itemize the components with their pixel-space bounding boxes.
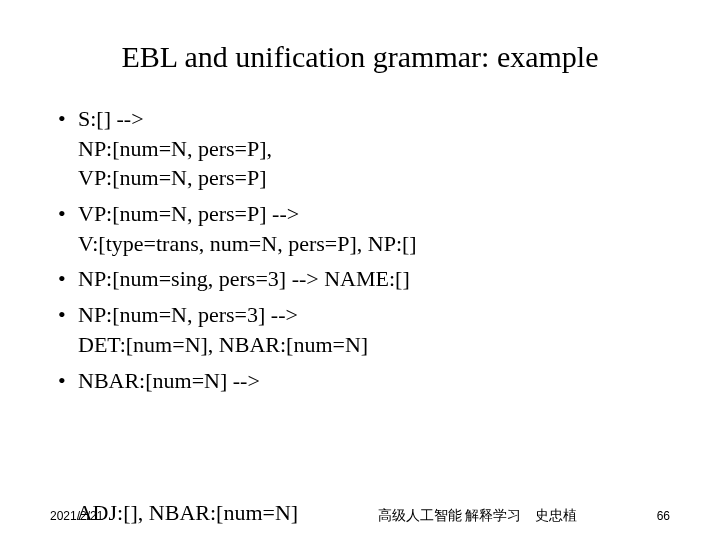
list-item: VP:[num=N, pers=P] --> V:[type=trans, nu… [50, 199, 670, 258]
list-item: NP:[num=N, pers=3] --> DET:[num=N], NBAR… [50, 300, 670, 359]
list-item: NBAR:[num=N] --> [50, 366, 670, 396]
slide: EBL and unification grammar: example S:[… [0, 0, 720, 540]
bullet-list: S:[] --> NP:[num=N, pers=P], VP:[num=N, … [50, 104, 670, 395]
footer: 2021/2/21 ADJ:[], NBAR:[num=N] 高级人工智能 解释… [50, 500, 670, 526]
content-area: S:[] --> NP:[num=N, pers=P], VP:[num=N, … [50, 104, 670, 395]
slide-title: EBL and unification grammar: example [50, 40, 670, 74]
list-item: S:[] --> NP:[num=N, pers=P], VP:[num=N, … [50, 104, 670, 193]
list-item: NP:[num=sing, pers=3] --> NAME:[] [50, 264, 670, 294]
footer-page-number: 66 [657, 509, 670, 523]
footer-overlap-text: ADJ:[], NBAR:[num=N] [77, 500, 298, 525]
footer-left: 2021/2/21 ADJ:[], NBAR:[num=N] [50, 500, 298, 526]
footer-center: 高级人工智能 解释学习 史忠植 [378, 507, 578, 525]
